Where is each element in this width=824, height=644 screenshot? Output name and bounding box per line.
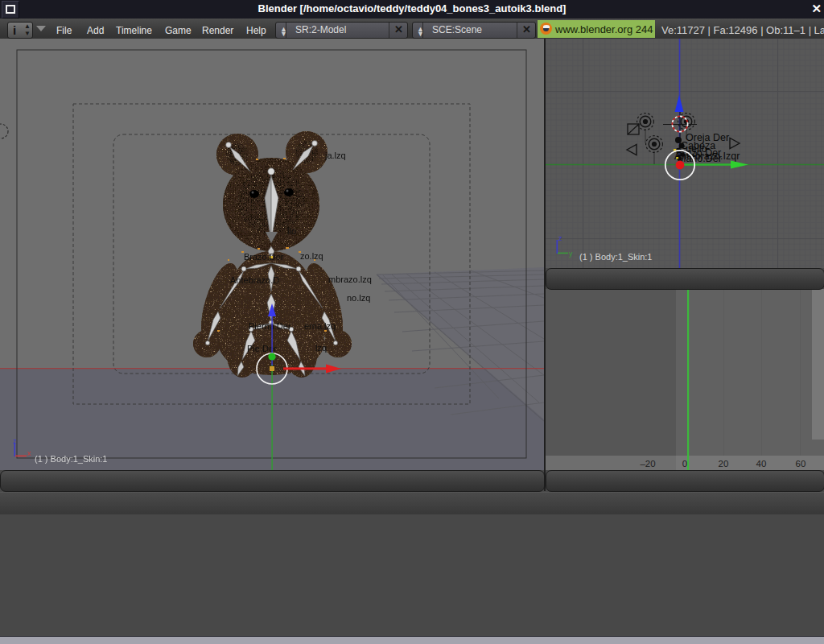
svg-text:no.lzq: no.lzq (347, 293, 370, 303)
svg-text:Brazo.Der: Brazo.Der (244, 252, 284, 262)
svg-text:20: 20 (719, 459, 729, 469)
svg-text:ja.lzq: ja.lzq (324, 151, 346, 160)
svg-text:z: z (13, 437, 17, 445)
svg-text:erna.lzq: erna.lzq (304, 321, 336, 331)
svg-text:40: 40 (756, 459, 767, 469)
svg-text:zo.lzq: zo.lzq (300, 251, 323, 261)
svg-text:–20: –20 (640, 459, 655, 469)
svg-text:Pierna.Der: Pierna.Der (249, 321, 291, 331)
svg-text:mbrazo.lzq: mbrazo.lzq (328, 275, 372, 284)
svg-text:Antebrazo.D: Antebrazo.D (230, 275, 279, 285)
svg-text:Mano.Der: Mano.Der (678, 153, 722, 164)
svg-text:z: z (558, 234, 562, 242)
svg-text:lzq: lzq (315, 343, 327, 353)
svg-text:(1 ) Body:1_Skin:1: (1 ) Body:1_Skin:1 (35, 454, 108, 464)
svg-text:llo: llo (287, 226, 296, 236)
svg-text:60: 60 (796, 459, 806, 469)
svg-text:0: 0 (682, 459, 687, 469)
svg-text:y: y (569, 250, 573, 258)
svg-text:(1 ) Body:1_Skin:1: (1 ) Body:1_Skin:1 (579, 252, 653, 262)
svg-text:x: x (27, 449, 31, 457)
